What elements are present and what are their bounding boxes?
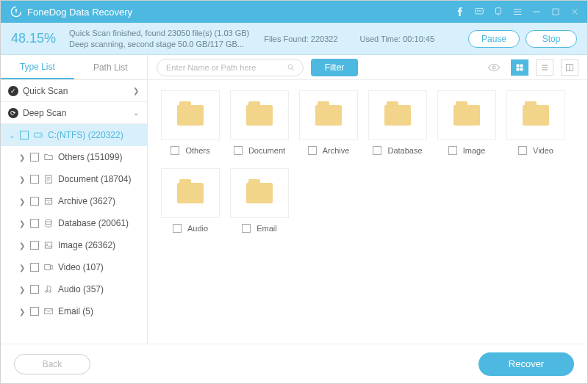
close-icon[interactable]: [565, 1, 584, 23]
deep-scan-section[interactable]: Deep Scan ⌄: [1, 102, 147, 124]
chevron-right-icon: ❯: [18, 220, 26, 228]
tree-item-archive[interactable]: ❯ Archive (3627): [1, 190, 147, 212]
tree-item-document[interactable]: ❯ Document (18704): [1, 168, 147, 190]
facebook-icon[interactable]: [451, 1, 470, 23]
app-logo-icon: [10, 5, 23, 18]
back-button[interactable]: Back: [14, 354, 90, 374]
checkbox[interactable]: [20, 131, 29, 140]
minimize-icon[interactable]: [527, 1, 546, 23]
search-box[interactable]: [157, 59, 304, 76]
svg-rect-11: [45, 242, 51, 248]
tab-path-list[interactable]: Path List: [74, 55, 148, 79]
checkbox[interactable]: [30, 307, 39, 316]
tab-type-list[interactable]: Type List: [1, 55, 74, 79]
folder-card[interactable]: Image: [437, 90, 496, 155]
folder-card[interactable]: Video: [506, 90, 565, 155]
menu-icon[interactable]: [508, 1, 527, 23]
maximize-icon[interactable]: [546, 1, 565, 23]
footer: Back Recover: [1, 344, 587, 383]
svg-point-3: [481, 10, 481, 11]
tree-item-image[interactable]: ❯ Image (26362): [1, 234, 147, 256]
checkbox[interactable]: [234, 146, 243, 155]
tree-item-database[interactable]: ❯ Database (20061): [1, 212, 147, 234]
tree: Quick Scan ❯ Deep Scan ⌄ ⌄ C:(NTFS) (220…: [1, 80, 147, 344]
folder-card[interactable]: Others: [161, 90, 220, 155]
tree-item-email[interactable]: ❯ Email (5): [1, 300, 147, 322]
stop-button[interactable]: Stop: [526, 30, 577, 48]
svg-rect-19: [517, 64, 520, 67]
tree-item-video[interactable]: ❯ Video (107): [1, 256, 147, 278]
chevron-right-icon: ❯: [18, 175, 26, 184]
checkbox[interactable]: [30, 263, 39, 272]
svg-rect-16: [45, 309, 53, 314]
folder-icon: [384, 105, 411, 126]
quick-scan-section[interactable]: Quick Scan ❯: [1, 80, 147, 102]
svg-point-2: [478, 10, 479, 11]
checkbox[interactable]: [30, 241, 39, 250]
folder-thumbnail: [161, 90, 220, 140]
folder-label: Email: [257, 224, 277, 233]
checkbox[interactable]: [30, 175, 39, 184]
document-icon: [43, 174, 54, 184]
svg-point-1: [477, 10, 478, 11]
app-title: FoneDog Data Recovery: [27, 7, 132, 18]
folder-icon: [177, 105, 204, 126]
checkbox[interactable]: [30, 219, 39, 228]
view-list-button[interactable]: [536, 59, 553, 76]
folder-label: Document: [248, 146, 285, 155]
image-icon: [43, 240, 54, 250]
status-line-2: Deep scanning, second stage 50.0 GB/117 …: [69, 39, 249, 50]
database-icon: [43, 218, 54, 228]
svg-rect-5: [553, 9, 559, 15]
video-icon: [43, 262, 54, 272]
pause-button[interactable]: Pause: [468, 30, 520, 48]
checkbox[interactable]: [373, 146, 381, 155]
filter-button[interactable]: Filter: [311, 59, 358, 76]
checkbox[interactable]: [242, 224, 251, 233]
checkbox[interactable]: [171, 146, 179, 155]
tree-item-others[interactable]: ❯ Others (151099): [1, 146, 147, 168]
checkbox[interactable]: [30, 285, 39, 294]
files-found: Files Found: 220322: [264, 35, 337, 43]
audio-icon: [43, 284, 54, 294]
svg-rect-9: [45, 199, 51, 205]
checkbox[interactable]: [448, 146, 457, 155]
recover-button[interactable]: Recover: [478, 352, 574, 376]
folder-card[interactable]: Document: [230, 90, 289, 155]
folder-card[interactable]: Audio: [161, 168, 220, 233]
folder-card[interactable]: Database: [368, 90, 427, 155]
checkbox[interactable]: [173, 224, 182, 233]
svg-rect-20: [520, 64, 523, 67]
status-line-1: Quick Scan finished, found 23050 file(s)…: [69, 28, 249, 39]
view-grid-button[interactable]: [511, 59, 528, 76]
svg-rect-22: [520, 68, 523, 70]
drive-row[interactable]: ⌄ C:(NTFS) (220322): [1, 124, 147, 146]
folder-card[interactable]: Email: [230, 168, 289, 233]
chevron-right-icon: ❯: [132, 87, 140, 95]
svg-rect-13: [45, 265, 51, 270]
search-input[interactable]: [166, 63, 287, 72]
folder-thumbnail: [230, 168, 289, 218]
email-icon: [43, 306, 54, 316]
checkbox[interactable]: [30, 153, 39, 162]
checkbox[interactable]: [308, 146, 317, 155]
pin-icon[interactable]: [489, 1, 508, 23]
folder-card[interactable]: Archive: [299, 90, 358, 155]
chevron-right-icon: ❯: [18, 286, 26, 294]
folder-icon: [177, 183, 204, 203]
view-split-button[interactable]: [561, 59, 578, 76]
chevron-down-icon: ⌄: [8, 131, 15, 140]
tree-item-audio[interactable]: ❯ Audio (357): [1, 278, 147, 300]
feedback-icon[interactable]: [470, 1, 489, 23]
preview-icon[interactable]: [487, 61, 501, 74]
grid: OthersDocumentArchiveDatabaseImageVideoA…: [148, 80, 587, 344]
chevron-right-icon: ❯: [18, 264, 26, 272]
drive-icon: [33, 130, 43, 140]
checkbox[interactable]: [30, 197, 39, 206]
main-panel: Filter OthersDocumentArchiveDatabaseImag…: [148, 55, 587, 344]
svg-point-17: [288, 65, 293, 69]
folder-icon: [246, 183, 273, 203]
chevron-right-icon: ❯: [18, 242, 26, 250]
checkbox[interactable]: [518, 146, 527, 155]
svg-point-10: [46, 220, 51, 222]
